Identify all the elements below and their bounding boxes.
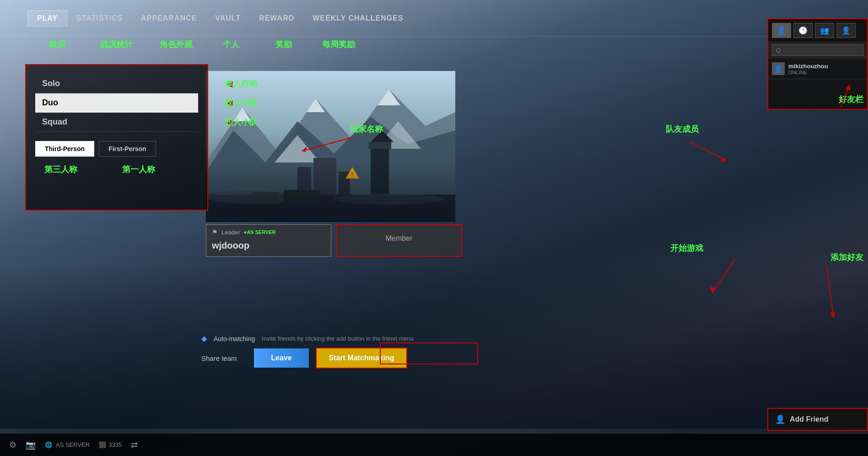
friend-item[interactable]: 👤 mikizhouzhou ONLINE	[768, 59, 867, 79]
duo-cn: 双人小队	[225, 98, 258, 109]
add-friend-button[interactable]: 👤 Add Friend	[767, 408, 868, 431]
third-person-btn[interactable]: Third-Person	[35, 141, 94, 157]
member-label: Member	[342, 229, 456, 248]
team-area: ⚑ Leader ●AS SERVER wjdooop Member	[206, 224, 462, 261]
server-indicator: 🌐 AS SERVER	[45, 441, 90, 448]
leader-icon: ⚑	[212, 228, 218, 236]
tab-friends[interactable]: 👤	[772, 23, 791, 38]
nav-appearance[interactable]: Appearance	[132, 11, 206, 26]
start-btn-box	[380, 342, 478, 364]
solo-cn: 单人行动	[225, 78, 258, 89]
friend-avatar: 👤	[772, 62, 785, 75]
squad-cn: 四人小队	[225, 117, 258, 128]
tab-group[interactable]: 👥	[815, 23, 834, 38]
settings-icon[interactable]: ⚙	[9, 440, 16, 450]
server-name: AS SERVER	[56, 441, 90, 448]
first-person-cn-label: 第一人称	[122, 164, 155, 175]
svg-rect-12	[368, 142, 391, 149]
tab-add[interactable]: 👤	[836, 23, 856, 38]
mode-duo[interactable]: Duo ◄ 双人小队	[35, 93, 198, 113]
nav-chinese-labels: 娱乐 战况统计 角色外观 个人 奖励 每周奖励	[0, 39, 868, 50]
nav-vault[interactable]: Vault	[206, 11, 250, 26]
nav-cn-appearance: 角色外观	[146, 39, 206, 50]
currency-value: 3335	[108, 441, 122, 448]
diamond-icon: ◆	[201, 334, 207, 343]
start-game-cn: 开始游戏	[670, 243, 703, 254]
friend-status: ONLINE	[788, 70, 863, 75]
currency-display: ⬛ 3335	[99, 441, 122, 448]
auto-matching-label: Auto-matching	[214, 335, 255, 342]
nav-reward[interactable]: Reward	[250, 11, 303, 26]
add-friend-cn: 添加好友	[830, 252, 863, 263]
tab-recent[interactable]: 🕐	[793, 23, 813, 38]
add-friend-icon: 👤	[775, 414, 785, 424]
nav-cn-statistics: 战况统计	[87, 39, 146, 50]
leave-button[interactable]: Leave	[254, 348, 309, 368]
teammate-cn-annotation: 队友成员	[666, 124, 699, 135]
search-area	[768, 42, 867, 59]
member-slot[interactable]: Member	[336, 224, 462, 257]
camera-icon[interactable]: 📷	[26, 440, 36, 450]
friend-name: mikizhouzhou	[788, 63, 863, 70]
friend-panel-cn: 好友栏	[839, 94, 863, 105]
nav-cn-play: 娱乐	[27, 39, 87, 50]
add-friend-label: Add Friend	[790, 415, 828, 423]
nav-play[interactable]: Play	[27, 10, 67, 27]
nav-cn-weekly: 每周奖励	[311, 39, 366, 50]
friend-info: mikizhouzhou ONLINE	[788, 63, 863, 75]
nav-weekly[interactable]: Weekly Challenges	[303, 11, 412, 26]
first-person-btn[interactable]: First-Person	[99, 141, 156, 157]
player-name-display: wjdooop	[212, 239, 325, 253]
player-name-cn-annotation: 玩家名称	[350, 124, 383, 135]
friend-search-input[interactable]	[772, 44, 863, 56]
nav-cn-vault: 个人	[206, 39, 256, 50]
server-badge: ●AS SERVER	[243, 229, 275, 235]
mode-solo[interactable]: Solo ◄ 单人行动	[35, 74, 198, 93]
status-bar: ⚙ 📷 🌐 AS SERVER ⬛ 3335 ⇄	[0, 433, 868, 456]
transfer-icon[interactable]: ⇄	[131, 440, 138, 450]
nav-statistics[interactable]: Statistics	[67, 11, 132, 26]
share-team-text: Share team	[201, 354, 247, 362]
invite-text: Invite friends by clicking the add butto…	[262, 335, 414, 342]
mode-squad[interactable]: Squad ◄ 四人小队	[35, 113, 198, 132]
globe-icon: 🌐	[45, 441, 52, 448]
top-navigation: Play Statistics Appearance Vault Reward …	[0, 0, 868, 37]
game-mode-panel: Solo ◄ 单人行动 Duo ◄ 双人小队 Squad ◄ 四人小队 Thir…	[25, 64, 208, 211]
map-preview: !	[206, 71, 455, 222]
nav-cn-reward: 奖励	[256, 39, 311, 50]
currency-icon: ⬛	[99, 441, 106, 448]
third-person-cn-label: 第三人称	[44, 164, 77, 175]
panel-tabs: 👤 🕐 👥 👤	[768, 19, 867, 42]
leader-slot: ⚑ Leader ●AS SERVER wjdooop	[206, 224, 331, 257]
leader-label: Leader	[221, 229, 240, 236]
